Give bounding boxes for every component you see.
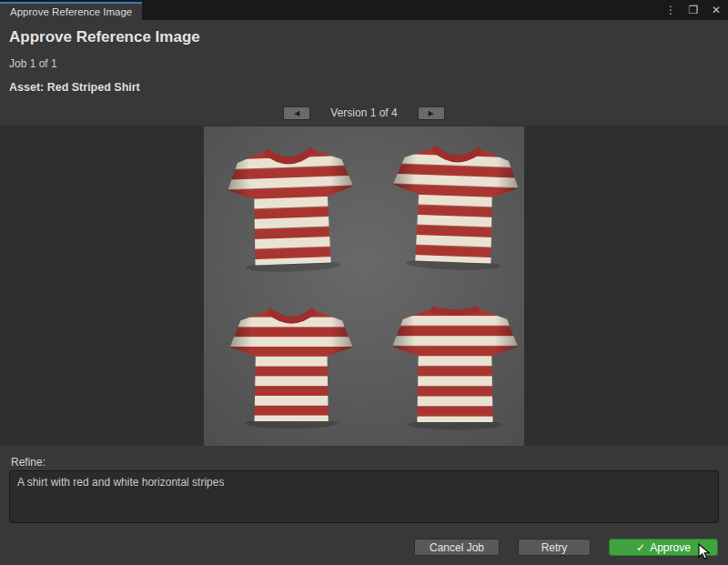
close-icon[interactable]: ✕ <box>710 2 723 18</box>
page-title: Approve Reference Image <box>9 28 200 46</box>
retry-label: Retry <box>541 541 568 554</box>
reference-image <box>204 126 524 446</box>
cancel-job-button[interactable]: Cancel Job <box>414 539 500 556</box>
chevron-right-icon: ▶ <box>429 109 434 117</box>
refine-label: Refine: <box>11 456 46 469</box>
window-controls: ⋮ ❐ ✕ <box>664 2 723 18</box>
window-tab-bar: Approve Reference Image <box>0 0 728 20</box>
kebab-menu-icon[interactable]: ⋮ <box>664 2 677 18</box>
tab-title: Approve Reference Image <box>10 6 132 17</box>
refine-input[interactable]: A shirt with red and white horizontal st… <box>9 470 719 523</box>
retry-button[interactable]: Retry <box>518 539 591 556</box>
cancel-job-label: Cancel Job <box>430 541 484 554</box>
actions-row: Cancel Job Retry ✓ Approve <box>414 539 718 556</box>
approve-button[interactable]: ✓ Approve <box>609 539 718 556</box>
version-next-button[interactable]: ▶ <box>418 106 445 120</box>
version-nav: ◀ Version 1 of 4 ▶ <box>0 106 728 120</box>
asset-name: Asset: Red Striped Shirt <box>9 81 140 94</box>
chevron-left-icon: ◀ <box>294 109 299 117</box>
check-icon: ✓ <box>636 541 645 554</box>
version-label: Version 1 of 4 <box>330 106 397 119</box>
preview-panel <box>0 126 728 446</box>
job-status: Job 1 of 1 <box>9 57 57 70</box>
approve-label: Approve <box>650 541 691 554</box>
maximize-icon[interactable]: ❐ <box>687 2 700 18</box>
tab-approve-reference-image[interactable]: Approve Reference Image <box>0 2 142 20</box>
version-prev-button[interactable]: ◀ <box>283 106 310 120</box>
